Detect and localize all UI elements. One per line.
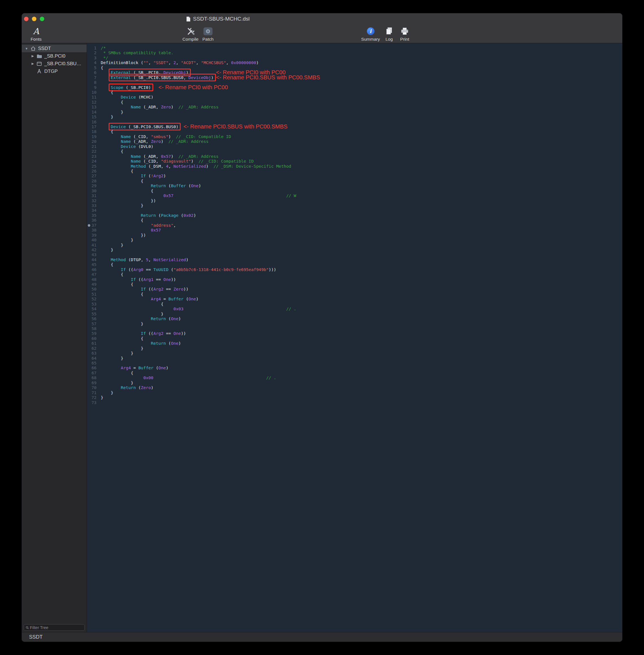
code-editor[interactable]: 1234567891011121314151617181920212223242… — [87, 43, 622, 632]
log-button[interactable]: Log — [382, 26, 396, 42]
code-line[interactable]: Name (_ADR, Zero) // _ADR: Address — [101, 139, 622, 144]
code-line[interactable]: { — [101, 129, 622, 134]
code-line[interactable]: Name (_ADR, Zero) // _ADR: Address — [101, 105, 622, 109]
code-line[interactable]: { — [101, 218, 622, 223]
code-line[interactable]: Return (Package (0x02) — [101, 213, 622, 218]
code-line[interactable]: } — [101, 390, 622, 395]
code-line[interactable]: 0x00 // . — [101, 375, 622, 380]
code-line[interactable]: If (!Arg2) — [101, 173, 622, 178]
code-line[interactable]: { — [101, 168, 622, 173]
code-line[interactable]: Method (DTGP, 5, NotSerialized) — [101, 257, 622, 262]
code-line[interactable] — [101, 400, 622, 405]
fonts-button[interactable]: A Fonts — [26, 26, 46, 42]
disclosure-collapsed-icon[interactable]: ▶ — [30, 62, 36, 66]
code-line[interactable] — [101, 252, 622, 257]
code-line[interactable]: * SMBus compatibility table. — [101, 50, 622, 55]
code-line[interactable]: } — [101, 356, 622, 361]
code-line[interactable] — [101, 208, 622, 212]
code-token — [101, 287, 141, 291]
code-line[interactable]: 0x57 // W — [101, 193, 622, 198]
code-line[interactable]: { — [101, 370, 622, 375]
code-line[interactable] — [101, 326, 622, 331]
code-line[interactable]: Arg4 = Buffer (One) — [101, 365, 622, 370]
code-line[interactable]: If ((Arg0 == ToUUID ("a0b5b7c6-1318-441c… — [101, 267, 622, 272]
code-token: Buffer — [171, 183, 186, 188]
code-line[interactable]: { — [101, 282, 622, 287]
code-token: One — [158, 365, 166, 370]
code-line[interactable]: { — [101, 262, 622, 267]
code-line[interactable]: Device (MCHC) — [101, 95, 622, 99]
sidebar-item-sb-pci0-sbus[interactable]: ▶ _SB.PCI0.SBU… — [22, 60, 87, 67]
code-line[interactable]: External (_SB_.PCI0.SBUS.BUS0, DeviceObj… — [101, 75, 622, 80]
code-token — [214, 75, 216, 80]
compile-button[interactable]: Compile — [181, 26, 200, 42]
code-line[interactable]: } — [101, 203, 622, 208]
code-line[interactable]: Name (_CID, "smbus") // _CID: Compatible… — [101, 134, 622, 139]
line-number: 54 — [87, 306, 96, 311]
code-line[interactable]: { — [101, 272, 622, 277]
zoom-button[interactable] — [40, 17, 44, 21]
code-line[interactable]: { — [101, 336, 622, 341]
code-line[interactable]: } — [101, 114, 622, 119]
disclosure-expanded-icon[interactable]: ▼ — [23, 47, 30, 50]
code-line[interactable]: */ — [101, 55, 622, 60]
code-line[interactable]: Return (Zero) — [101, 385, 622, 390]
code-line[interactable]: Name (_ADR, 0x57) // _ADR: Address — [101, 154, 622, 159]
code-line[interactable]: } — [101, 346, 622, 351]
code-line[interactable]: } — [101, 351, 622, 356]
code-line[interactable]: Scope (_SB.PCI0) <- Rename PCI0 with PC0… — [101, 85, 622, 90]
code-line[interactable]: }) — [101, 198, 622, 203]
code-line[interactable]: } — [101, 321, 622, 326]
code-line[interactable]: /* — [101, 45, 622, 50]
code-line[interactable]: } — [101, 247, 622, 252]
disclosure-collapsed-icon[interactable]: ▶ — [30, 54, 36, 58]
sidebar-item-dtgp[interactable]: DTGP — [22, 67, 87, 75]
code-line[interactable]: } — [101, 238, 622, 242]
code-line[interactable]: If ((Arg2 == Zero)) — [101, 287, 622, 291]
code-line[interactable]: } — [101, 380, 622, 385]
close-button[interactable] — [24, 17, 28, 21]
code-line[interactable]: Return (One) — [101, 341, 622, 345]
line-number: 1 — [87, 45, 96, 50]
code-line[interactable]: { — [101, 301, 622, 306]
line-number: 9 — [87, 85, 96, 90]
print-button[interactable]: Print — [396, 26, 413, 42]
code-line[interactable]: { — [101, 90, 622, 95]
code-line[interactable]: } — [101, 243, 622, 247]
code-line[interactable]: } — [101, 110, 622, 114]
code-line[interactable]: } — [101, 311, 622, 316]
code-line[interactable]: Method (_DSM, 4, NotSerialized) // _DSM:… — [101, 164, 622, 168]
filter-field[interactable] — [24, 624, 85, 631]
code-line[interactable]: Return (One) — [101, 316, 622, 321]
code-line[interactable]: Name (_CID, "diagsvault") // _CID: Compa… — [101, 159, 622, 163]
sidebar-item-ssdt[interactable]: ▼ SSDT — [22, 45, 87, 52]
summary-button[interactable]: i Summary — [361, 26, 380, 42]
code-line[interactable]: If ((Arg1 == One)) — [101, 277, 622, 282]
line-number: 66 — [87, 365, 96, 370]
code-line[interactable]: 0x57 — [101, 228, 622, 232]
code-line[interactable]: { — [101, 178, 622, 183]
patch-button[interactable]: ⚙ Patch — [200, 26, 216, 42]
code-line[interactable]: Device (_SB.PCI0.SBUS.BUS0) <- Rename PC… — [101, 124, 622, 129]
code-line[interactable]: "address", — [101, 223, 622, 228]
code-line[interactable]: { — [101, 149, 622, 154]
home-icon — [30, 46, 37, 51]
code-line[interactable]: Arg4 = Buffer (One) — [101, 296, 622, 301]
code-line[interactable]: Return (Buffer (One) — [101, 183, 622, 188]
code-token: ( — [183, 296, 188, 301]
code-line[interactable] — [101, 361, 622, 365]
code-line[interactable]: } — [101, 395, 622, 400]
code-line[interactable]: { — [101, 292, 622, 296]
code-line[interactable]: }) — [101, 233, 622, 238]
code-line[interactable]: { — [101, 100, 622, 105]
filter-input[interactable] — [30, 625, 83, 630]
code-line[interactable]: { — [101, 188, 622, 193]
code-line[interactable]: Device (DVL0) — [101, 144, 622, 149]
minimize-button[interactable] — [32, 17, 37, 21]
code-line[interactable]: If ((Arg2 == One)) — [101, 331, 622, 336]
code-line[interactable]: DefinitionBlock ("", "SSDT", 2, "ACDT", … — [101, 60, 622, 65]
code-line[interactable]: External (_SB_.PCI0, DeviceObj) <- Renam… — [101, 70, 622, 75]
code-line[interactable]: 0x03 // . — [101, 306, 622, 311]
sidebar-item-sb-pci0[interactable]: ▶ _SB.PCI0 — [22, 52, 87, 60]
line-number: 40 — [87, 238, 96, 242]
